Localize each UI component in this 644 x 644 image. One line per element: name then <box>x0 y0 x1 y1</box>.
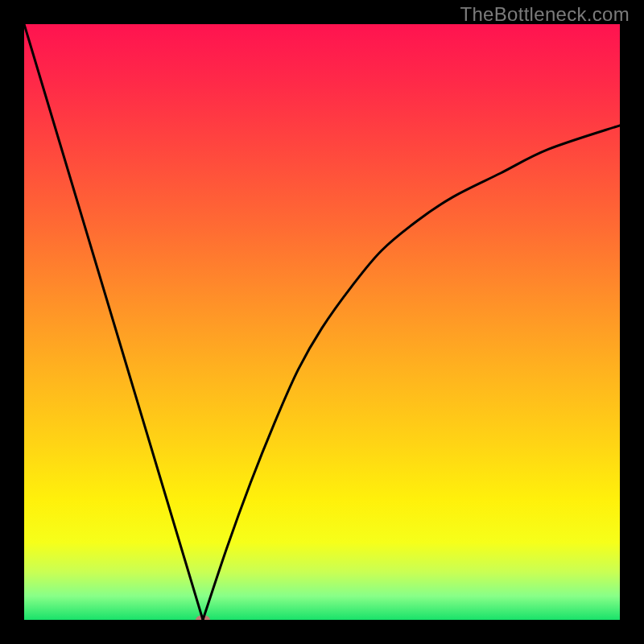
chart-frame: TheBottleneck.com <box>0 0 644 644</box>
curve-line <box>24 24 620 620</box>
watermark-text: TheBottleneck.com <box>460 3 630 26</box>
plot-area <box>24 24 620 620</box>
